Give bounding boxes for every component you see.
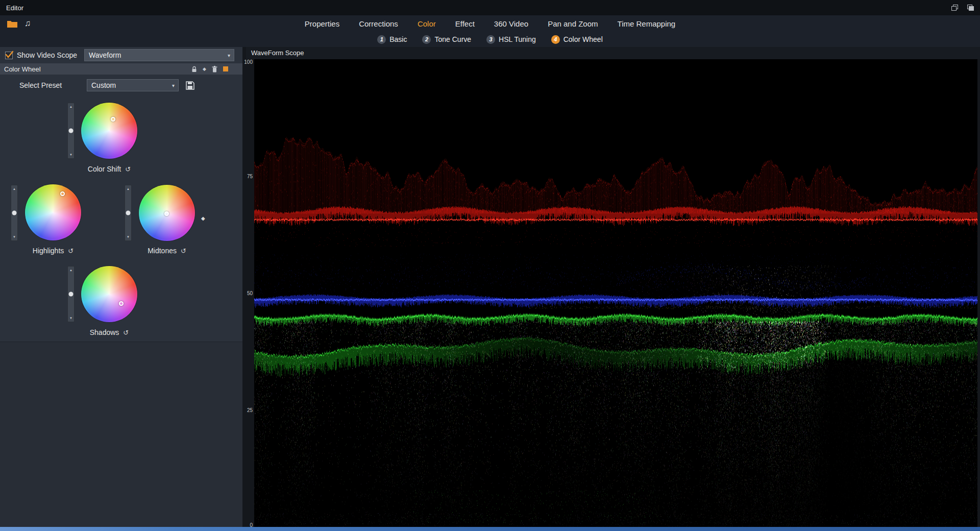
music-note-icon[interactable]: ♫ [24,18,31,29]
shadows-reset-icon[interactable]: ↺ [123,329,129,336]
show-video-scope-checkbox[interactable] [5,52,13,59]
midtones-keyframe-icon[interactable]: ◆ [201,215,205,221]
color-shift-label: Color Shift [88,165,121,173]
tab-corrections[interactable]: Corrections [359,19,398,28]
shadows-indicator[interactable] [119,301,124,306]
scope-type-value: Waveform [89,51,121,59]
show-video-scope-label: Show Video Scope [17,51,77,59]
preset-row: Select Preset Custom ▾ [0,79,242,91]
subtab-color-wheel[interactable]: 4 Color Wheel [551,35,603,44]
float-window-icon[interactable] [951,5,958,11]
slider-thumb[interactable] [126,211,131,215]
tab-bar: Properties Corrections Color Effect 360 … [305,19,675,28]
subtab-hsl-tuning[interactable]: 3 HSL Tuning [486,35,536,44]
color-shift-indicator[interactable] [111,117,115,122]
shadows-wheel[interactable] [81,266,137,322]
waveform-scope-panel: WaveForm Scope 100 75 50 25 0 [246,47,980,527]
active-effect-swatch[interactable] [223,66,228,71]
midtones-reset-icon[interactable]: ↺ [181,247,186,255]
tab-pan-and-zoom[interactable]: Pan and Zoom [548,19,598,28]
tab-time-remapping[interactable]: Time Remapping [618,19,676,28]
tab-properties[interactable]: Properties [305,19,339,28]
midtones-slider[interactable]: ▲ ▼ [125,185,132,241]
preset-dropdown[interactable]: Custom ▾ [87,79,179,91]
titlebar: Editor [0,0,980,15]
tab-360-video[interactable]: 360 Video [494,19,528,28]
shadows-label: Shadows [90,328,119,336]
toolbar: ♫ Properties Corrections Color Effect 36… [0,15,980,32]
tab-color[interactable]: Color [418,19,436,28]
highlights-wheel[interactable] [25,184,81,240]
color-shift-label-row: Color Shift ↺ [66,165,153,173]
main-area: Show Video Scope Waveform ▾ Color Wheel … [0,47,980,527]
midtones-label: Midtones [148,247,177,255]
subtab-color-wheel-label: Color Wheel [564,35,603,43]
bottom-strip [0,527,980,531]
slider-thumb[interactable] [69,292,74,297]
highlights-reset-icon[interactable]: ↺ [68,247,74,255]
midtones-indicator[interactable] [164,211,169,216]
highlights-label: Highlights [33,247,64,255]
slider-thumb[interactable] [69,129,74,133]
axis-label-25: 25 [247,407,253,413]
subtab-bar: 1 Basic 2 Tone Curve 3 HSL Tuning 4 Colo… [0,32,980,47]
axis-label-75: 75 [247,174,253,179]
highlights-label-row: Highlights ↺ [10,247,96,255]
slider-down-arrow-icon[interactable]: ▼ [68,317,74,320]
chevron-down-icon: ▾ [228,53,230,58]
scope-title: WaveForm Scope [246,47,980,59]
slider-thumb[interactable] [12,211,17,215]
axis-label-100: 100 [244,59,253,65]
save-preset-button[interactable] [184,79,196,91]
highlights-slider[interactable]: ▲ ▼ [11,185,18,241]
select-preset-label: Select Preset [19,81,87,89]
chevron-down-icon: ▾ [172,83,175,88]
subtab-tone-curve-number: 2 [422,35,431,44]
subtab-hsl-tuning-label: HSL Tuning [499,35,536,43]
window-controls [951,5,974,11]
lock-icon[interactable] [191,66,197,73]
subtab-basic-number: 1 [377,35,386,44]
media-icons: ♫ [7,15,31,32]
media-folder-icon[interactable] [7,20,17,28]
subtab-basic[interactable]: 1 Basic [377,35,407,44]
section-header-title: Color Wheel [4,65,41,73]
highlights-indicator[interactable] [60,191,65,196]
subtab-tone-curve-label: Tone Curve [434,35,471,43]
color-shift-reset-icon[interactable]: ↺ [125,165,131,173]
waveform-canvas [254,59,977,527]
subtab-tone-curve[interactable]: 2 Tone Curve [422,35,471,44]
section-header-icons: ◆ [191,66,228,73]
shadows-label-row: Shadows ↺ [66,328,153,336]
tab-effect[interactable]: Effect [455,19,475,28]
editor-window: Editor ♫ Properties Corrections Color Ef… [0,0,980,531]
show-video-scope-row: Show Video Scope Waveform ▾ [5,49,234,62]
scope-type-dropdown[interactable]: Waveform ▾ [84,49,234,61]
shadows-slider[interactable]: ▲ ▼ [67,266,75,322]
slider-down-arrow-icon[interactable]: ▼ [68,153,74,156]
subtab-basic-label: Basic [389,35,407,43]
scope-body: 100 75 50 25 0 [246,59,980,527]
slider-up-arrow-icon[interactable]: ▲ [68,105,74,108]
subtab-color-wheel-number: 4 [551,35,560,44]
combine-windows-icon[interactable] [967,5,974,11]
slider-up-arrow-icon[interactable]: ▲ [11,187,17,190]
slider-up-arrow-icon[interactable]: ▲ [125,187,131,190]
midtones-wheel[interactable] [139,185,195,241]
axis-label-0: 0 [250,522,253,528]
midtones-label-row: Midtones ↺ [124,247,210,255]
subtab-hsl-tuning-number: 3 [486,35,495,44]
keyframe-diamond-icon[interactable]: ◆ [203,66,206,71]
color-shift-wheel[interactable] [81,103,137,159]
scope-axis: 100 75 50 25 0 [246,59,254,527]
color-shift-slider[interactable]: ▲ ▼ [67,103,75,159]
color-wheel-panel: Show Video Scope Waveform ▾ Color Wheel … [0,47,242,527]
preset-value: Custom [91,81,116,89]
slider-down-arrow-icon[interactable]: ▼ [11,235,17,238]
color-wheel-section-header: Color Wheel ◆ [0,63,242,75]
slider-up-arrow-icon[interactable]: ▲ [68,269,74,272]
slider-down-arrow-icon[interactable]: ▼ [125,235,131,238]
trash-icon[interactable] [212,66,217,73]
axis-label-50: 50 [247,291,253,296]
window-title: Editor [6,4,23,12]
